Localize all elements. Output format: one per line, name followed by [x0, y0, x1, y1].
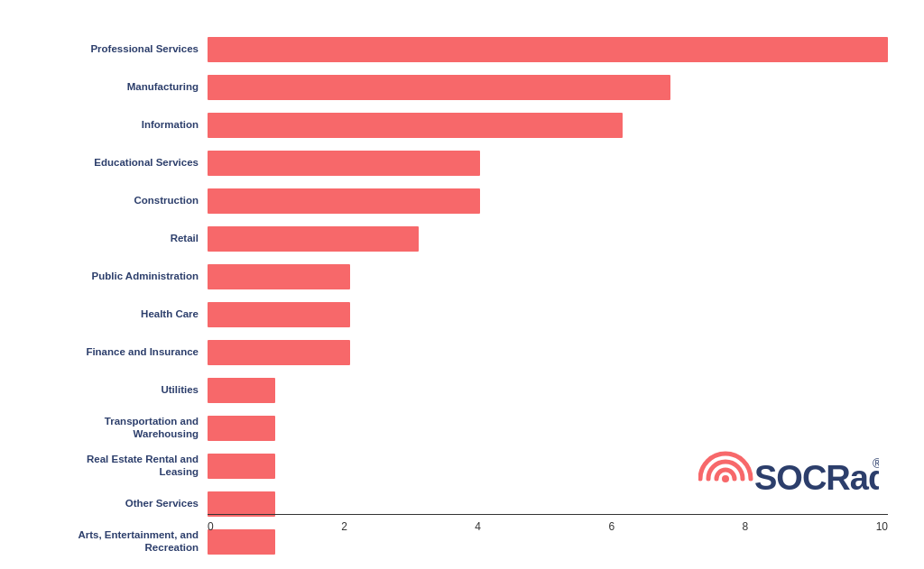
bar-label: Other Services	[9, 498, 208, 510]
bar	[208, 416, 275, 441]
bar-row: Finance and Insurance	[9, 335, 888, 370]
bar-label: Health Care	[9, 308, 208, 321]
bar-label: Real Estate Rental andLeasing	[9, 454, 208, 479]
bar	[208, 378, 275, 403]
bar	[208, 75, 670, 100]
bar	[208, 37, 888, 62]
x-tick: 8	[743, 520, 749, 533]
bar-label: Transportation andWarehousing	[9, 416, 208, 441]
bar-track	[208, 151, 888, 176]
bar-label: Information	[9, 119, 208, 132]
x-tick: 4	[475, 520, 481, 533]
bar-row: Retail	[9, 221, 888, 256]
bar-track	[208, 302, 888, 327]
bar-track	[208, 340, 888, 365]
bar-label: Manufacturing	[9, 81, 208, 94]
bar-row: Transportation andWarehousing	[9, 410, 888, 445]
bar	[208, 264, 350, 289]
bar	[208, 302, 350, 327]
bar-label: Educational Services	[9, 157, 208, 170]
bar-row: Professional Services	[9, 32, 888, 67]
bar-track	[208, 226, 888, 252]
x-tick: 6	[608, 520, 614, 533]
bar-track	[208, 378, 888, 403]
bar-track	[208, 113, 888, 138]
bar-label: Utilities	[9, 384, 208, 397]
bar-row: Information	[9, 107, 888, 142]
svg-point-0	[722, 475, 729, 482]
bar-label: Finance and Insurance	[9, 346, 208, 359]
logo-svg: SOCRadar ®	[698, 443, 879, 515]
x-tick: 10	[876, 520, 888, 533]
bar-row: Educational Services	[9, 145, 888, 180]
bar-row: Utilities	[9, 372, 888, 408]
bar-label: Construction	[9, 195, 208, 207]
bar-label: Retail	[9, 233, 208, 245]
bar-track	[208, 37, 888, 62]
bar	[208, 151, 480, 176]
bar-row: Manufacturing	[9, 69, 888, 105]
chart-container: Professional Services Manufacturing Info…	[0, 0, 924, 569]
bar-row: Health Care	[9, 297, 888, 332]
bar-label: Arts, Entertainment, andRecreation	[9, 529, 208, 555]
bar	[208, 188, 480, 214]
bar	[208, 454, 275, 479]
svg-text:®: ®	[873, 456, 879, 471]
svg-text:SOCRadar: SOCRadar	[754, 459, 879, 497]
bar-track	[208, 416, 888, 441]
bar-label: Professional Services	[9, 43, 208, 56]
bar	[208, 226, 419, 252]
bar-track	[208, 75, 888, 100]
bar-track	[208, 264, 888, 289]
bar-row: Public Administration	[9, 259, 888, 294]
x-axis-labels: 0246810	[208, 515, 888, 533]
socradar-logo: SOCRadar ®	[698, 443, 879, 515]
bar-row: Construction	[9, 183, 888, 218]
x-tick: 2	[341, 520, 347, 533]
x-tick: 0	[208, 520, 214, 533]
bar	[208, 340, 350, 365]
bar-track	[208, 188, 888, 214]
bar-label: Public Administration	[9, 271, 208, 283]
bar	[208, 113, 623, 138]
x-axis: 0246810	[208, 514, 888, 533]
bar	[208, 491, 275, 517]
